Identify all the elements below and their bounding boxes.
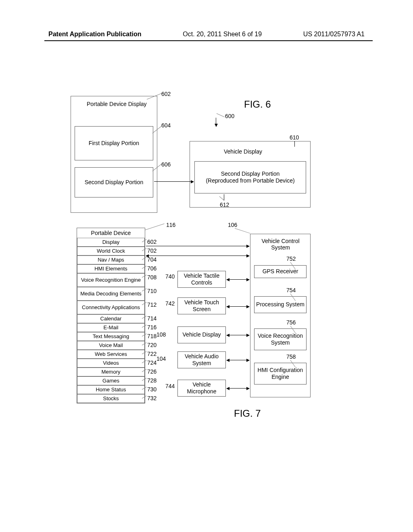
gps-box: GPS Receiver xyxy=(254,265,307,278)
pd-row-ref: 726 xyxy=(147,368,156,375)
ref-606: 606 xyxy=(161,161,171,168)
portable-device-list: DisplayWorld ClockNav / MapsHMI Elements… xyxy=(77,238,145,403)
fig7-title: FIG. 7 xyxy=(234,408,261,419)
ref-106: 106 xyxy=(228,222,237,228)
vehicle-display-label: Vehicle Display xyxy=(224,148,262,155)
vehicle-tactile-label: Vehicle Tactile Controls xyxy=(179,272,224,287)
pd-row: Games xyxy=(77,376,145,385)
ref-752: 752 xyxy=(286,256,296,262)
pd-row: HMI Elements xyxy=(77,264,145,273)
ref-116: 116 xyxy=(166,222,175,228)
pd-row: Home Status xyxy=(77,385,145,394)
vehicle-mic-label: Vehicle Microphone xyxy=(179,381,224,395)
page-header: Patent Application Publication Oct. 20, … xyxy=(0,31,413,38)
header-right: US 2011/0257973 A1 xyxy=(303,31,365,38)
lead-600-arrow xyxy=(216,118,216,127)
first-display-portion-box: First Display Portion xyxy=(75,126,153,160)
vehicle-touch-box: Vehicle Touch Screen xyxy=(177,297,226,314)
pd-row: Stocks xyxy=(77,394,145,403)
pd-row-ref: 602 xyxy=(147,239,156,245)
pd-row: Web Services xyxy=(77,350,145,359)
arrow-tactile-vcs xyxy=(227,279,249,280)
header-rule xyxy=(44,40,373,41)
second-repro-box: Second Display Portion (Reproduced from … xyxy=(194,161,306,193)
ref-610: 610 xyxy=(290,134,299,141)
pd-row-ref: 718 xyxy=(147,333,156,339)
second-repro-label: Second Display Portion (Reproduced from … xyxy=(206,170,294,185)
pd-row: Display xyxy=(77,238,145,247)
header-center: Oct. 20, 2011 Sheet 6 of 19 xyxy=(183,31,262,38)
pd-row-ref: 722 xyxy=(147,351,156,357)
proc-box: Processing System xyxy=(254,296,307,313)
hmi-box: HMI Configuration Engine xyxy=(254,363,307,384)
pd-row-ref: 706 xyxy=(147,265,156,272)
second-display-portion-box: Second Display Portion xyxy=(75,167,153,197)
pd-row: Text Messaging xyxy=(77,332,145,341)
arrow-audio-vcs xyxy=(227,360,249,360)
header-left: Patent Application Publication xyxy=(48,31,142,38)
portable-device-display-label: Portable Device Display xyxy=(87,101,147,107)
ref-104: 104 xyxy=(156,355,166,362)
pd-row: World Clock xyxy=(77,247,145,256)
vehicle-mic-box: Vehicle Microphone xyxy=(177,380,226,397)
hmi-label: HMI Configuration Engine xyxy=(256,367,305,381)
ref-612: 612 xyxy=(220,202,229,208)
vehicle-touch-label: Vehicle Touch Screen xyxy=(179,299,224,313)
arrow-touch-vcs xyxy=(227,306,249,307)
ref-604: 604 xyxy=(161,122,171,129)
lead-610 xyxy=(294,141,295,147)
arrow-pd-to-vcs-1 xyxy=(146,246,249,246)
pd-row-ref: 710 xyxy=(147,288,156,294)
pd-row-ref: 708 xyxy=(147,274,156,281)
pd-row-ref: 702 xyxy=(147,247,156,254)
arrow-second-to-vehicle xyxy=(154,181,194,182)
pd-row-ref: 712 xyxy=(147,301,156,308)
gps-label: GPS Receiver xyxy=(263,268,298,275)
lead-116 xyxy=(145,224,165,230)
arrow-display-vcs xyxy=(227,335,249,335)
proc-label: Processing System xyxy=(256,301,305,308)
pd-row: Nav / Maps xyxy=(77,256,145,264)
vehicle-audio-box: Vehicle Audio System xyxy=(177,351,226,368)
ref-756: 756 xyxy=(286,319,296,326)
lead-600a xyxy=(217,113,225,117)
pd-row-ref: 704 xyxy=(147,256,156,263)
vcs-title: Vehicle Control System xyxy=(255,238,306,251)
ref-754: 754 xyxy=(286,287,296,293)
vehicle-display-7-box: Vehicle Display xyxy=(177,326,226,343)
portable-device-title: Portable Device xyxy=(77,228,145,238)
arrow-pd-to-vcs-2 xyxy=(146,256,249,256)
pd-row: Connectivity Applications xyxy=(77,301,145,314)
vehicle-audio-label: Vehicle Audio System xyxy=(179,353,224,367)
pd-row-ref: 714 xyxy=(147,315,156,322)
ref-600: 600 xyxy=(225,113,234,119)
pd-row-ref: 716 xyxy=(147,324,156,330)
pd-row-ref: 728 xyxy=(147,377,156,384)
pd-row: E-Mail xyxy=(77,323,145,332)
vehicle-tactile-box: Vehicle Tactile Controls xyxy=(177,271,226,288)
pd-row: Voice Mail xyxy=(77,341,145,350)
ref-108: 108 xyxy=(156,331,166,338)
pd-row: Voice Recognition Engine xyxy=(77,273,145,287)
ref-742: 742 xyxy=(165,300,175,307)
voice-label: Voice Recognition System xyxy=(256,332,305,347)
first-display-portion-label: First Display Portion xyxy=(89,140,139,147)
pd-row: Memory xyxy=(77,368,145,376)
arrow-mic-vcs xyxy=(227,388,249,389)
ref-602: 602 xyxy=(161,91,171,97)
voice-box: Voice Recognition System xyxy=(254,328,307,350)
pd-row-ref: 730 xyxy=(147,386,156,393)
portable-device-box: Portable Device DisplayWorld ClockNav / … xyxy=(77,228,145,403)
lead-106 xyxy=(235,228,250,233)
second-display-portion-label: Second Display Portion xyxy=(85,179,144,186)
fig6-title: FIG. 6 xyxy=(244,99,271,110)
ref-758: 758 xyxy=(286,353,296,360)
pd-row: Calendar xyxy=(77,314,145,323)
pd-row: Media Decoding Elements xyxy=(77,287,145,301)
ref-740: 740 xyxy=(165,273,175,280)
ref-744: 744 xyxy=(165,383,175,389)
pd-row: Videos xyxy=(77,359,145,368)
vehicle-display-7-label: Vehicle Display xyxy=(183,331,221,339)
pd-row-ref: 732 xyxy=(147,395,156,401)
pd-row-ref: 720 xyxy=(147,342,156,348)
